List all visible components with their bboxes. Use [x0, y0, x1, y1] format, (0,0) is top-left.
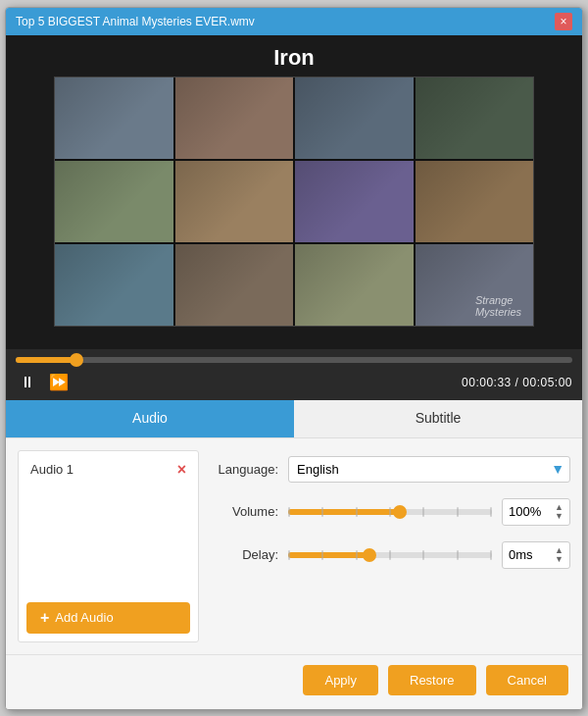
tabs-row: Audio Subtitle	[6, 400, 582, 438]
video-watermark: Strange Mysteries	[475, 294, 521, 318]
volume-track	[288, 509, 492, 515]
tick	[457, 550, 459, 560]
volume-value: 100%	[509, 504, 541, 519]
collage-cell-3	[295, 77, 414, 159]
playback-left: ⏸ ⏩	[16, 371, 71, 394]
volume-slider-wrapper[interactable]	[288, 502, 492, 522]
audio-item-1: Audio 1 ×	[26, 459, 190, 481]
tick	[490, 507, 492, 517]
video-collage	[55, 77, 533, 326]
add-audio-button[interactable]: + Add Audio	[26, 602, 190, 634]
content-area: Audio 1 × + Add Audio Language: English …	[6, 438, 582, 654]
delay-slider-wrapper[interactable]	[288, 545, 492, 565]
close-button[interactable]: ×	[555, 13, 572, 30]
video-thumbnail: Strange Mysteries	[54, 77, 534, 327]
collage-cell-4	[416, 77, 534, 159]
progress-fill	[16, 357, 76, 363]
volume-label: Volume:	[215, 504, 278, 519]
tick	[490, 550, 492, 560]
current-time: 00:00:33	[462, 376, 512, 389]
tab-subtitle[interactable]: Subtitle	[294, 400, 582, 437]
volume-spinner-arrows: ▲ ▼	[555, 503, 564, 521]
delay-down-arrow[interactable]: ▼	[555, 555, 564, 564]
volume-down-arrow[interactable]: ▼	[555, 512, 564, 521]
controls-area: ⏸ ⏩ 00:00:33 / 00:05:00	[6, 349, 582, 400]
plus-icon: +	[40, 610, 49, 626]
add-audio-label: Add Audio	[55, 610, 113, 625]
language-select-wrapper: English French Spanish German Japanese ▼	[288, 456, 570, 483]
pause-button[interactable]: ⏸	[16, 371, 39, 394]
window-title: Top 5 BIGGEST Animal Mysteries EVER.wmv	[16, 15, 555, 28]
delay-fill	[288, 552, 369, 558]
title-bar: Top 5 BIGGEST Animal Mysteries EVER.wmv …	[6, 8, 582, 35]
volume-spinner[interactable]: 100% ▲ ▼	[502, 498, 570, 526]
tick	[389, 550, 391, 560]
volume-row: Volume:	[215, 498, 570, 526]
delay-spinner[interactable]: 0ms ▲ ▼	[502, 541, 570, 569]
collage-cell-5	[55, 161, 173, 242]
footer-buttons: Apply Restore Cancel	[6, 654, 582, 709]
tick	[422, 507, 424, 517]
delay-thumb[interactable]	[363, 548, 376, 562]
delay-spinner-arrows: ▲ ▼	[555, 546, 564, 564]
audio-list-panel: Audio 1 × + Add Audio	[18, 450, 199, 642]
progress-track[interactable]	[16, 357, 572, 363]
cancel-button[interactable]: Cancel	[486, 665, 568, 695]
tick	[457, 507, 459, 517]
delay-row: Delay:	[215, 541, 570, 569]
collage-cell-10	[175, 244, 294, 326]
collage-cell-11	[295, 244, 414, 326]
apply-button[interactable]: Apply	[303, 665, 378, 695]
video-area: Iron Strange Mysteries	[6, 35, 582, 349]
delay-label: Delay:	[215, 547, 278, 562]
tick	[422, 550, 424, 560]
delay-track	[288, 552, 492, 558]
main-window: Top 5 BIGGEST Animal Mysteries EVER.wmv …	[5, 7, 583, 710]
video-title: Iron	[6, 35, 582, 77]
language-select[interactable]: English French Spanish German Japanese	[288, 456, 570, 483]
collage-cell-1	[55, 77, 173, 159]
remove-audio-1-button[interactable]: ×	[177, 462, 186, 478]
settings-panel: Language: English French Spanish German …	[215, 450, 570, 642]
forward-button[interactable]: ⏩	[47, 371, 71, 394]
collage-cell-8	[416, 161, 534, 242]
volume-thumb[interactable]	[393, 505, 407, 519]
language-row: Language: English French Spanish German …	[215, 456, 570, 483]
total-time: 00:05:00	[522, 376, 572, 389]
collage-cell-6	[175, 161, 294, 242]
collage-cell-2	[175, 77, 294, 159]
time-display: 00:00:33 / 00:05:00	[462, 376, 572, 389]
tab-audio[interactable]: Audio	[6, 400, 294, 437]
restore-button[interactable]: Restore	[388, 665, 476, 695]
progress-thumb[interactable]	[70, 353, 83, 367]
audio-item-label-1: Audio 1	[30, 462, 74, 477]
volume-fill	[288, 509, 400, 515]
collage-cell-9	[55, 244, 173, 326]
playback-controls: ⏸ ⏩ 00:00:33 / 00:05:00	[16, 371, 572, 394]
time-separator: /	[512, 376, 523, 389]
collage-cell-7	[295, 161, 414, 242]
language-label: Language:	[215, 462, 278, 477]
delay-value: 0ms	[509, 547, 533, 562]
